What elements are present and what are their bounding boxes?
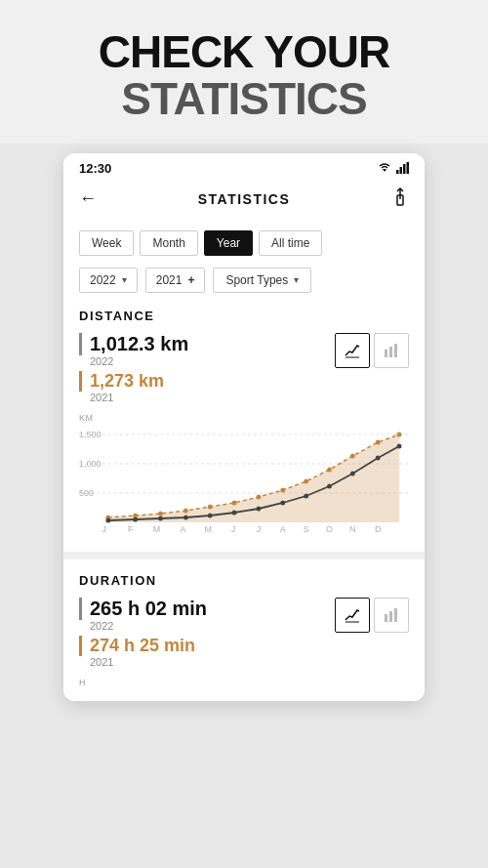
svg-rect-56: [385, 614, 387, 622]
duration-section: DURATION 265 h 02 min 2022 274 h 25 min …: [63, 559, 425, 701]
distance-chart-container: KM 1,500 1,000 500: [79, 413, 409, 532]
svg-point-21: [208, 504, 213, 509]
distance-primary-year: 2022: [79, 355, 188, 367]
line-chart-icon: [344, 606, 361, 624]
tab-alltime[interactable]: All time: [259, 230, 322, 256]
duration-heading: DURATION: [79, 573, 409, 588]
duration-secondary-year: 2021: [79, 656, 207, 668]
svg-point-35: [232, 510, 237, 515]
svg-point-40: [350, 471, 355, 475]
svg-text:O: O: [326, 524, 333, 532]
line-chart-button[interactable]: [335, 333, 370, 368]
duration-chart-toggles: [335, 598, 409, 633]
svg-point-37: [280, 500, 285, 505]
status-time: 12:30: [79, 161, 111, 176]
status-bar: 12:30: [63, 153, 425, 180]
back-button[interactable]: ←: [79, 188, 97, 209]
sport-types-filter[interactable]: Sport Types ▾: [213, 268, 311, 293]
svg-point-24: [280, 487, 285, 492]
distance-stat-row: 1,012.3 km 2022 1,273 km 2021: [79, 333, 409, 403]
nav-title: STATISTICS: [198, 191, 291, 207]
duration-primary-year: 2022: [79, 620, 207, 632]
signal-icon: [395, 162, 409, 174]
nav-bar: ← STATISTICS: [63, 180, 425, 219]
svg-rect-8: [385, 350, 387, 357]
svg-rect-4: [407, 162, 410, 174]
svg-text:1,500: 1,500: [79, 430, 101, 439]
phone-frame: 12:30 ← STATISTICS: [63, 153, 425, 701]
svg-point-22: [232, 500, 237, 505]
sport-types-label: Sport Types: [225, 273, 288, 287]
distance-chart: 1,500 1,000 500: [79, 425, 409, 532]
distance-heading: DISTANCE: [79, 309, 409, 323]
share-button[interactable]: [391, 187, 409, 211]
svg-rect-58: [394, 608, 397, 622]
svg-point-38: [304, 493, 308, 498]
bar-chart-icon: [383, 606, 400, 624]
year2-filter[interactable]: 2021 +: [145, 268, 206, 293]
svg-point-31: [133, 517, 138, 521]
year1-filter[interactable]: 2022 ▾: [79, 268, 138, 293]
chevron-down-icon: ▾: [122, 274, 127, 285]
svg-rect-9: [389, 347, 392, 357]
svg-point-20: [183, 508, 188, 513]
svg-text:A: A: [280, 524, 286, 532]
distance-section: DISTANCE 1,012.3 km 2022 1,273 km 2021: [79, 309, 409, 532]
duration-stat-row: 265 h 02 min 2022 274 h 25 min 2021: [79, 598, 409, 668]
svg-text:J: J: [257, 524, 261, 532]
duration-line-chart-button[interactable]: [335, 598, 370, 633]
section-divider: [63, 552, 425, 559]
svg-point-19: [158, 511, 163, 516]
share-icon: [391, 187, 409, 207]
svg-rect-10: [394, 344, 397, 357]
svg-text:D: D: [375, 524, 382, 532]
svg-text:A: A: [180, 524, 185, 532]
tab-week[interactable]: Week: [79, 230, 134, 256]
svg-rect-57: [389, 611, 392, 622]
svg-rect-2: [400, 167, 403, 174]
svg-point-33: [183, 515, 188, 519]
svg-point-29: [397, 432, 402, 436]
svg-point-39: [327, 483, 332, 488]
duration-primary-value: 265 h 02 min: [79, 598, 207, 620]
duration-secondary-value: 274 h 25 min: [79, 636, 207, 656]
tab-month[interactable]: Month: [140, 230, 197, 256]
status-icons: [378, 162, 409, 174]
wifi-icon: [378, 162, 391, 174]
svg-point-25: [304, 478, 308, 483]
svg-text:M: M: [204, 524, 211, 532]
hero-title-line2: STATISTICS: [20, 74, 468, 124]
svg-point-28: [376, 439, 381, 444]
svg-text:M: M: [153, 524, 160, 532]
bar-chart-icon: [383, 342, 400, 359]
distance-chart-y-label: KM: [79, 413, 409, 423]
year1-value: 2022: [90, 273, 116, 287]
tab-year[interactable]: Year: [204, 230, 253, 256]
svg-point-32: [158, 516, 163, 520]
chevron-down-icon: ▾: [294, 274, 299, 285]
duration-chart-y-label: H: [79, 678, 409, 687]
svg-point-23: [256, 494, 261, 499]
distance-secondary-year: 2021: [79, 392, 188, 403]
duration-bar-chart-button[interactable]: [374, 598, 409, 633]
bar-chart-button[interactable]: [374, 333, 409, 368]
svg-point-30: [105, 517, 110, 522]
svg-text:S: S: [304, 524, 309, 532]
year2-value: 2021: [156, 273, 183, 287]
svg-point-27: [350, 453, 355, 458]
svg-rect-3: [403, 164, 406, 174]
svg-text:500: 500: [79, 488, 94, 498]
svg-text:1,000: 1,000: [79, 459, 101, 469]
svg-text:J: J: [231, 524, 235, 532]
svg-point-41: [376, 455, 381, 460]
svg-text:N: N: [349, 524, 355, 532]
svg-rect-1: [396, 170, 399, 174]
svg-point-42: [397, 443, 402, 448]
svg-text:F: F: [128, 524, 134, 532]
hero-title-line1: CHECK YOUR: [20, 29, 468, 74]
filter-row: 2022 ▾ 2021 + Sport Types ▾: [79, 268, 409, 293]
plus-icon: +: [187, 273, 194, 287]
distance-chart-svg: 1,500 1,000 500: [79, 425, 409, 532]
svg-marker-0: [383, 169, 386, 172]
distance-chart-toggles: [335, 333, 409, 368]
